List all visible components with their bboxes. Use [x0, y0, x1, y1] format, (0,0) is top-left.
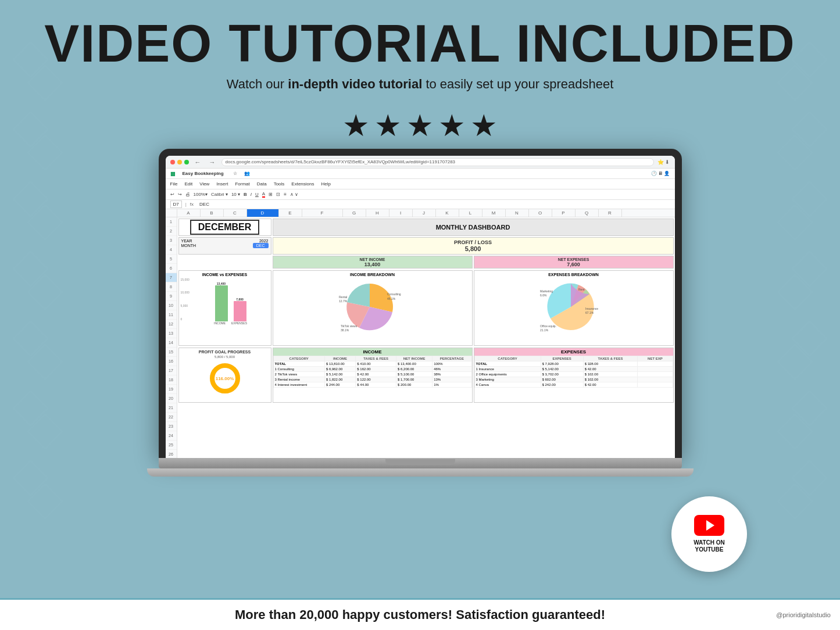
income-4-cat: 4 Interest investment	[273, 382, 324, 388]
row-23: 23	[166, 422, 177, 431]
net-expenses-cell: NET EXPENSES 7,600	[474, 256, 674, 269]
align-btn[interactable]: ≡	[284, 192, 287, 197]
donut-percent: 116.00%	[216, 376, 234, 381]
col-R: R	[599, 209, 622, 217]
income-total-cat: TOTAL	[273, 361, 324, 367]
charts-row: INCOME vs EXPENSES 15,000 10,000 5,000 0	[178, 270, 674, 346]
col-P: P	[552, 209, 576, 217]
star-3: ★	[406, 108, 434, 143]
income-4-taxes: $ 44.00	[356, 382, 396, 388]
income-1-pct: 46%	[432, 367, 471, 372]
footer-handle: @prioridigitalstudio	[776, 611, 831, 618]
row-21: 21	[166, 403, 177, 413]
row-25: 25	[166, 441, 177, 450]
col-M: M	[482, 209, 506, 217]
year-value: 2022	[259, 239, 269, 243]
row-1: 1	[166, 217, 177, 227]
dot-close[interactable]	[170, 160, 175, 164]
year-row: YEAR 2022	[181, 239, 269, 243]
row-numbers: 1 2 3 4 5 6 7 8 9 10 11	[166, 217, 177, 458]
donut-chart-container: 116.00%	[208, 361, 242, 396]
col-D: D	[247, 209, 279, 217]
undo-icon[interactable]: ↩	[170, 192, 174, 197]
color-picker[interactable]: A	[262, 191, 265, 198]
menu-edit[interactable]: Edit	[184, 181, 192, 187]
menu-format[interactable]: Format	[235, 181, 249, 187]
exp-4-cat: 4 Canva	[474, 382, 541, 388]
income-3-pct: 13%	[432, 377, 471, 382]
row-14: 14	[166, 338, 177, 348]
exp-row-1: 1 Insurance $ 5,142.00 $ 42.00	[474, 367, 673, 372]
url-bar[interactable]: docs.google.com/spreadsheets/d/7eiL5czGk…	[221, 158, 654, 166]
exp-col-category: CATEGORY	[474, 356, 541, 361]
exp-4-taxes: $ 42.00	[583, 382, 638, 388]
col-H: H	[366, 209, 389, 217]
laptop-outer: ← → docs.google.com/spreadsheets/d/7eiL5…	[159, 149, 682, 458]
menu-tools[interactable]: Tools	[274, 181, 285, 187]
net-income-cell: NET INCOME 13,400	[273, 256, 473, 269]
redo-icon[interactable]: ↪	[178, 192, 182, 197]
dashboard-area: DECEMBER MONTHLY DASHBOARD	[177, 217, 675, 458]
profit-goal-val: 5,000	[226, 355, 235, 359]
font-size[interactable]: 10 ▾	[231, 192, 240, 197]
exp-total-exp: $ 7,928.00	[541, 361, 583, 367]
expenses-pie-svg: Insurance 67.1% Office equip. 21.1% Mark…	[539, 278, 609, 336]
income-bar-label: INCOME	[214, 321, 226, 325]
row-3: 3	[166, 236, 177, 245]
print-icon[interactable]: 🖨	[185, 192, 190, 197]
svg-text:38.1%: 38.1%	[341, 328, 349, 332]
menu-data[interactable]: Data	[257, 181, 267, 187]
main-content: VIDEO TUTORIAL INCLUDED Watch our in-dep…	[0, 0, 840, 477]
income-col-pct: PERCENTAGE	[432, 356, 471, 361]
income-col-taxes: TAXES & FEES	[356, 356, 396, 361]
menu-file[interactable]: File	[170, 181, 178, 187]
app-title: Easy Bookkeeping	[183, 171, 224, 176]
svg-text:12.7%: 12.7%	[339, 299, 348, 303]
y-label-15000: 15,000	[181, 278, 190, 281]
menu-insert[interactable]: Insert	[216, 181, 228, 187]
borders-btn[interactable]: ⊞	[269, 192, 273, 197]
font-selector[interactable]: Calibri ▾	[211, 192, 228, 197]
header-row: DECEMBER MONTHLY DASHBOARD	[178, 219, 674, 236]
profit-goal-title: PROFIT GOAL PROGRESS	[181, 350, 269, 354]
menu-help[interactable]: Help	[321, 181, 330, 187]
dot-maximize[interactable]	[184, 160, 189, 164]
row-16: 16	[166, 357, 177, 366]
income-2-net: $ 5,100.00	[396, 372, 432, 377]
formula-bar: D7 | fx DEC	[166, 200, 675, 209]
forward-button[interactable]: →	[207, 158, 218, 166]
income-3-net: $ 1,700.00	[396, 377, 432, 382]
col-E: E	[279, 209, 302, 217]
income-2-income: $ 5,142.00	[324, 372, 355, 377]
exp-3-exp: $ 602.00	[541, 377, 583, 382]
svg-text:Rental: Rental	[339, 295, 347, 299]
col-J: J	[413, 209, 436, 217]
income-total-taxes: $ 410.00	[356, 361, 396, 367]
svg-text:6.6%: 6.6%	[540, 293, 547, 297]
subtitle: Watch our in-depth video tutorial to eas…	[44, 77, 796, 92]
col-O: O	[529, 209, 552, 217]
row-20: 20	[166, 394, 177, 403]
svg-text:Rent: Rent	[578, 288, 585, 291]
bold-btn[interactable]: B	[244, 192, 247, 197]
profit-value: 5,800	[465, 245, 481, 252]
income-3-cat: 3 Rental income	[273, 377, 324, 382]
underline-btn[interactable]: U	[255, 192, 259, 197]
footer-text: More than 20,000 happy customers! Satisf…	[235, 607, 605, 622]
menu-view[interactable]: View	[199, 181, 209, 187]
exp-total-taxes: $ 328.00	[583, 361, 638, 367]
menu-extensions[interactable]: Extensions	[291, 181, 314, 187]
exp-1-net	[638, 367, 673, 372]
italic-btn[interactable]: I	[251, 192, 252, 197]
back-button[interactable]: ←	[192, 158, 203, 166]
more-tools[interactable]: ∧ ∨	[290, 192, 298, 197]
exp-1-exp: $ 5,142.00	[541, 367, 583, 372]
income-row-1: 1 Consulting $ 6,962.00 $ 162.00 $ 6,200…	[273, 367, 471, 372]
exp-3-taxes: $ 102.00	[583, 377, 638, 382]
cell-reference[interactable]: D7	[170, 201, 182, 208]
dot-minimize[interactable]	[177, 160, 182, 164]
zoom-level[interactable]: 100%▾	[194, 192, 208, 197]
merge-btn[interactable]: ⊡	[276, 192, 280, 197]
youtube-button[interactable]: WATCH ON YOUTUBE	[671, 496, 747, 572]
row-9: 9	[166, 292, 177, 301]
